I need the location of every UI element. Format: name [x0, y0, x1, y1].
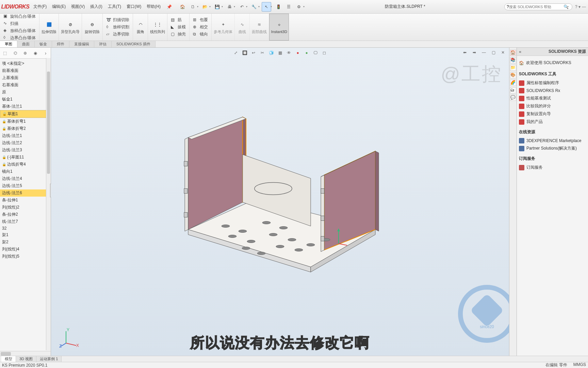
tree-item[interactable]: 上基准面 [0, 74, 51, 81]
vp-max-icon[interactable]: ▢ [489, 48, 497, 57]
tool-link[interactable]: 比较我的评分 [519, 102, 586, 110]
tp-tab-custom[interactable]: 🗂 [510, 87, 516, 93]
ribbon-fillet[interactable]: ◠圆角 [133, 14, 148, 41]
appearance-icon[interactable]: ● [294, 49, 302, 57]
tree-item[interactable]: 前基准面 [0, 67, 51, 74]
vp-close-icon[interactable]: ✕ [499, 48, 507, 57]
tree-item[interactable]: 边线-法兰2 [0, 139, 51, 147]
tree-item[interactable]: 边线-法兰4 [0, 175, 51, 182]
select-icon[interactable]: ↖ [262, 2, 271, 12]
tp-tab-home[interactable]: 🏠 [510, 50, 516, 56]
vscroll-thumb[interactable] [47, 72, 50, 174]
status-units[interactable]: MMGS [573, 362, 586, 368]
ribbon-hole-wizard[interactable]: ⊘异型孔向导 [59, 14, 82, 41]
tree-item[interactable]: 架1 [0, 231, 51, 239]
rebuild-icon[interactable]: 🔧 [249, 2, 259, 12]
tree-item[interactable]: 项 <未指定> [0, 60, 51, 67]
menu-file[interactable]: 文件(F) [31, 2, 49, 11]
tree-vscroll[interactable] [46, 58, 51, 350]
tool-link[interactable]: 复制设置向导 [519, 110, 586, 118]
ribbon-features-col2[interactable]: ⊞包覆 ⊗相交 ⧉镜向 [190, 14, 212, 41]
minimize-icon[interactable]: — [582, 4, 586, 9]
tree-item[interactable]: 原 [0, 89, 51, 96]
print-icon[interactable]: 🖶 [225, 2, 234, 12]
ribbon-pattern[interactable]: ⋮⋮线性阵列 [148, 14, 167, 41]
ribbon-revolve-cut[interactable]: ⊖旋转切除 [82, 14, 103, 41]
save-icon[interactable]: 💾 [213, 2, 222, 12]
tree-item[interactable]: 钣金1 [0, 96, 51, 103]
vp-next-icon[interactable]: ➡ [470, 48, 478, 57]
ribbon-curves[interactable]: ∿曲线 [235, 14, 250, 41]
help-dropdown-icon[interactable]: ? ▾ [575, 4, 581, 9]
tp-tab-lib[interactable]: 📚 [510, 57, 516, 63]
tree-item[interactable]: 线-法兰7 [0, 218, 51, 225]
tab-surface[interactable]: 曲面 [17, 41, 35, 47]
tree-item[interactable]: 架2 [0, 239, 51, 246]
online-link[interactable]: Partner Solutions(解决方案) [519, 144, 586, 152]
ribbon-cut-extras[interactable]: ➰扫描切除 ◊放样切割 ▱边界切除 [103, 14, 133, 41]
vp-prev-icon[interactable]: ⬅ [461, 48, 469, 57]
tree-item[interactable]: 32 [0, 225, 51, 231]
menu-help[interactable]: 帮助(H) [144, 2, 163, 11]
prev-view-icon[interactable]: ↩ [249, 49, 258, 57]
tree-item[interactable]: 列(线性)5 [0, 253, 51, 260]
tree-item[interactable]: 边线-法兰1 [0, 132, 51, 139]
list-icon[interactable]: ☰ [284, 2, 294, 12]
zoom-fit-icon[interactable]: ⤢ [232, 49, 240, 57]
ribbon-instant3d[interactable]: ⟐Instant3D [269, 14, 289, 41]
menu-window[interactable]: 窗口(W) [124, 2, 144, 11]
tree-item[interactable]: 边线-法兰3 [0, 147, 51, 154]
home-icon[interactable]: 🏠 [178, 2, 187, 12]
ribbon-extrude-boss[interactable]: ▣旋转凸台/基体 ∿扫描 ◈放样凸台/基体 ◊边界凸台/基体 [0, 14, 39, 41]
hide-show-icon[interactable]: 👁 [285, 49, 293, 57]
tp-tab-view[interactable]: 🎨 [510, 72, 516, 78]
tp-tab-forum[interactable]: 💬 [510, 95, 516, 101]
tool-link[interactable]: 性能基准测试 [519, 94, 586, 102]
traffic-icon[interactable]: 🚦 [274, 2, 283, 12]
tp-tab-file[interactable]: 📁 [510, 65, 516, 71]
menu-tools[interactable]: 工具(T) [105, 2, 124, 11]
tab-sketch[interactable]: 草图 [0, 41, 17, 47]
tree-item[interactable]: 列(线性)2 [0, 204, 51, 211]
ribbon-extrude-cut[interactable]: 🟦拉伸切除 [39, 14, 59, 41]
tab-addins[interactable]: SOLIDWORKS 插件 [112, 41, 156, 47]
tree-item[interactable]: 🔒边线折弯4 [0, 161, 51, 168]
btab-3dview[interactable]: 3D 视图 [16, 356, 36, 362]
tree-item[interactable]: 列(线性)4 [0, 246, 51, 253]
menu-view[interactable]: 视图(V) [68, 2, 87, 11]
tree-item[interactable]: 🔒基体折弯1 [0, 118, 51, 125]
scene-icon[interactable]: ● [303, 49, 311, 57]
tree-item[interactable]: 边线-法兰5 [0, 182, 51, 189]
tab-evaluate[interactable]: 评估 [94, 41, 112, 47]
tool-link[interactable]: 我的产品 [519, 118, 586, 126]
ribbon-ref-geom[interactable]: ✦参考几何体 [212, 14, 235, 41]
menu-insert[interactable]: 插入(I) [87, 2, 105, 11]
tree-item[interactable]: 🔒草图1 [0, 110, 51, 118]
graphics-viewport[interactable]: ⤢ 🔲 ↩ ✂ 🧊 ▦ 👁 ● ● 🖵 ◻ ⬅ ➡ — ▢ ✕ [51, 48, 509, 356]
undo-icon[interactable]: ↶ [237, 2, 247, 12]
hscroll-thumb[interactable] [1, 352, 11, 356]
online-link[interactable]: 3DEXPERIENCE Marketplace [519, 137, 586, 144]
render-icon[interactable]: 🖵 [311, 49, 320, 57]
tree-item[interactable]: 右基准面 [0, 81, 51, 89]
fm-tab-4[interactable]: ◉ [30, 48, 40, 58]
view-orient-icon[interactable]: 🧊 [267, 49, 275, 57]
fm-tab-more[interactable]: › [40, 48, 51, 58]
tree-item[interactable]: 边线-法兰6 [0, 189, 51, 197]
ribbon-face-curves[interactable]: ≋面部曲线 [250, 14, 269, 41]
ribbon-features-col1[interactable]: ▤筋 ◣拔模 ▢抽壳 [167, 14, 190, 41]
feature-tree[interactable]: 项 <未指定>前基准面上基准面右基准面原钣金1基体-法兰1🔒草图1🔒基体折弯1🔒… [0, 59, 51, 351]
tp-tab-appear[interactable]: 🌈 [510, 80, 516, 86]
tree-item[interactable]: 基体-法兰1 [0, 103, 51, 110]
new-icon[interactable]: 🗋 [188, 2, 198, 12]
tool-link[interactable]: 属性标签编制程序 [519, 79, 586, 87]
section-icon[interactable]: ✂ [258, 49, 266, 57]
fm-tab-1[interactable]: ⬚ [0, 48, 10, 58]
tab-weldments[interactable]: 焊件 [52, 41, 69, 47]
options-icon[interactable]: ⚙ [294, 2, 304, 12]
tab-sheetmetal[interactable]: 钣金 [35, 41, 52, 47]
fm-tab-3[interactable]: ⊕ [20, 48, 31, 58]
view-cube-icon[interactable]: ◻ [320, 49, 328, 57]
vp-min-icon[interactable]: — [480, 48, 488, 57]
task-collapse-icon[interactable]: « [519, 49, 521, 54]
